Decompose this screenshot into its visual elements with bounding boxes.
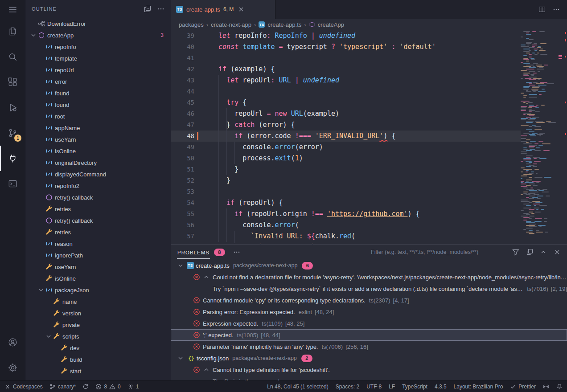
outline-item-found[interactable]: found <box>25 99 171 110</box>
outline-item-build[interactable]: build <box>25 354 171 365</box>
notifications-bell[interactable] <box>556 381 563 392</box>
outline-item-template[interactable]: template <box>25 53 171 64</box>
outline-item-private[interactable]: private <box>25 319 171 331</box>
outline-item-root[interactable]: root <box>25 110 171 122</box>
outline-item-dev[interactable]: dev <box>25 342 171 354</box>
outline-item-repourl[interactable]: repoUrl <box>25 64 171 76</box>
panel-more-actions-icon[interactable] <box>233 249 240 256</box>
outline-item-packagejson[interactable]: packageJson <box>25 284 171 296</box>
outline-item-error[interactable]: error <box>25 76 171 87</box>
codespaces-remote-indicator[interactable]: Codespaces <box>4 381 43 392</box>
code-line-58[interactable]: 58 `"${example}"` <box>171 242 521 244</box>
breadcrumb-item-create-next-app[interactable]: create-next-app <box>211 21 251 28</box>
code-line-47[interactable]: 47 } catch (error) { <box>171 119 521 131</box>
problem-related-row[interactable]: Try `npm i --save-dev @types/async-retry… <box>171 283 567 294</box>
close-panel-icon[interactable] <box>554 249 561 256</box>
menu-icon[interactable] <box>0 0 25 19</box>
problem-row[interactable]: Expression expected.ts(1109)[48, 25] <box>171 318 567 329</box>
remote-explorer-icon[interactable] <box>0 146 25 171</box>
keyboard-layout[interactable]: Layout: Brazilian Pro <box>454 381 503 392</box>
filter-icon[interactable] <box>512 249 519 256</box>
sync-changes-button[interactable] <box>82 381 89 392</box>
problem-row[interactable]: Parsing error: Expression expected.eslin… <box>171 306 567 318</box>
outline-item-displayedcommand[interactable]: displayedCommand <box>25 168 171 180</box>
outline-item-scripts[interactable]: scripts <box>25 331 171 342</box>
language-mode[interactable]: TypeScript <box>402 381 427 392</box>
chevron-up-icon[interactable] <box>203 366 210 373</box>
code-line-44[interactable]: 44 <box>171 86 521 97</box>
problem-row[interactable]: Parameter 'name' implicitly has an 'any'… <box>171 341 567 352</box>
extensions-icon[interactable] <box>0 69 25 95</box>
chevron-down-icon[interactable] <box>45 333 52 340</box>
outline-item-version[interactable]: version <box>25 307 171 319</box>
search-icon[interactable] <box>0 44 25 69</box>
outline-item-useyarn[interactable]: useYarn <box>25 134 171 145</box>
chevron-down-icon[interactable] <box>30 32 37 39</box>
view-as-table-icon[interactable] <box>526 249 533 256</box>
outline-item-useyarn[interactable]: useYarn <box>25 261 171 273</box>
outline-item-downloaderror[interactable]: DownloadError <box>25 18 171 29</box>
code-line-53[interactable]: 53 <box>171 186 521 197</box>
code-line-57[interactable]: 57 `Invalid URL: ${chalk.red( <box>171 231 521 242</box>
outline-item-start[interactable]: start <box>25 365 171 377</box>
code-line-51[interactable]: 51 } <box>171 164 521 175</box>
collapse-all-icon[interactable] <box>144 5 151 12</box>
code-line-48[interactable]: 48 if (error.code !=== 'ERR_INVALID_URL'… <box>171 131 521 142</box>
breadcrumb-item-createapp[interactable]: createApp <box>318 21 344 28</box>
explorer-icon[interactable] <box>0 19 25 44</box>
outline-item-reason[interactable]: reason <box>25 238 171 249</box>
eol-setting[interactable]: LF <box>389 381 395 392</box>
chevron-down-icon[interactable] <box>177 355 184 362</box>
code-line-46[interactable]: 46 repoUrl = new URL(example) <box>171 108 521 119</box>
code-line-43[interactable]: 43 let repoUrl: URL | undefined <box>171 75 521 86</box>
problem-row[interactable]: Cannot find type definition file for 'js… <box>171 364 567 376</box>
code-line-56[interactable]: 56 console.error( <box>171 220 521 231</box>
outline-item-repoinfo2[interactable]: repoInfo2 <box>25 180 171 192</box>
code-line-39[interactable]: 39 let repoInfo: RepoInfo | undefined <box>171 30 521 41</box>
code-line-49[interactable]: 49 console.error(error) <box>171 142 521 153</box>
tab-create-app-ts[interactable]: TS create-app.ts 6, M <box>171 0 275 19</box>
tab-problems[interactable]: PROBLEMS <box>177 246 210 259</box>
outline-item-isonline[interactable]: isOnline <box>25 273 171 284</box>
code-line-42[interactable]: 42 if (example) { <box>171 64 521 75</box>
code-line-41[interactable]: 41 <box>171 53 521 64</box>
typescript-version[interactable]: 4.3.5 <box>435 381 447 392</box>
indentation-setting[interactable]: Spaces: 2 <box>336 381 359 392</box>
encoding-setting[interactable]: UTF-8 <box>366 381 382 392</box>
problem-row[interactable]: Could not find a declaration file for mo… <box>171 271 567 283</box>
code-line-52[interactable]: 52 } <box>171 175 521 186</box>
code-editor[interactable]: 39 let repoInfo: RepoInfo | undefined40 … <box>171 30 567 244</box>
run-debug-icon[interactable] <box>0 95 25 120</box>
account-icon[interactable] <box>0 330 25 355</box>
code-line-40[interactable]: 40 const template = typescript ? 'typesc… <box>171 41 521 53</box>
outline-more-actions-icon[interactable] <box>157 5 164 12</box>
code-line-55[interactable]: 55 if (repoUrl.origin !== 'https://githu… <box>171 208 521 220</box>
chevron-down-icon[interactable] <box>177 262 184 269</box>
outline-item-isonline[interactable]: isOnline <box>25 145 171 157</box>
problems-summary[interactable]: 80 <box>95 381 120 392</box>
cursor-position[interactable]: Ln 48, Col 45 (1 selected) <box>267 381 328 392</box>
tab-close-icon[interactable] <box>238 6 245 13</box>
outline-item-retries[interactable]: retries <box>25 226 171 238</box>
outline-item-repoinfo[interactable]: repoInfo <box>25 41 171 53</box>
outline-item-appname[interactable]: appName <box>25 122 171 134</box>
outline-item-found[interactable]: found <box>25 87 171 99</box>
problem-file-create-app-ts[interactable]: TScreate-app.tspackages/create-next-app6 <box>171 260 567 271</box>
chevron-down-icon[interactable] <box>37 286 45 294</box>
split-editor-icon[interactable] <box>538 6 546 13</box>
problem-file-tsconfig-json[interactable]: {}tsconfig.jsonpackages/create-next-app2 <box>171 352 567 364</box>
outline-item-name[interactable]: name <box>25 296 171 307</box>
terminal-panel-icon[interactable] <box>0 171 25 196</box>
problem-row[interactable]: Cannot find module 'cpy' or its correspo… <box>171 294 567 306</box>
broadcast-button[interactable] <box>543 381 549 392</box>
code-line-45[interactable]: 45 try { <box>171 97 521 108</box>
outline-item-originaldirectory[interactable]: originalDirectory <box>25 157 171 168</box>
prettier-formatter[interactable]: Prettier <box>510 381 536 392</box>
problems-filter-input[interactable] <box>370 249 505 256</box>
ports-indicator[interactable]: 1 <box>127 381 139 392</box>
breadcrumb-item-packages[interactable]: packages <box>179 21 204 28</box>
breadcrumb-item-create-app-ts[interactable]: create-app.ts <box>267 21 301 28</box>
maximize-panel-icon[interactable] <box>540 249 547 256</box>
outline-item-retry-callback[interactable]: retry() callback <box>25 215 171 226</box>
settings-gear-icon[interactable] <box>0 355 25 380</box>
